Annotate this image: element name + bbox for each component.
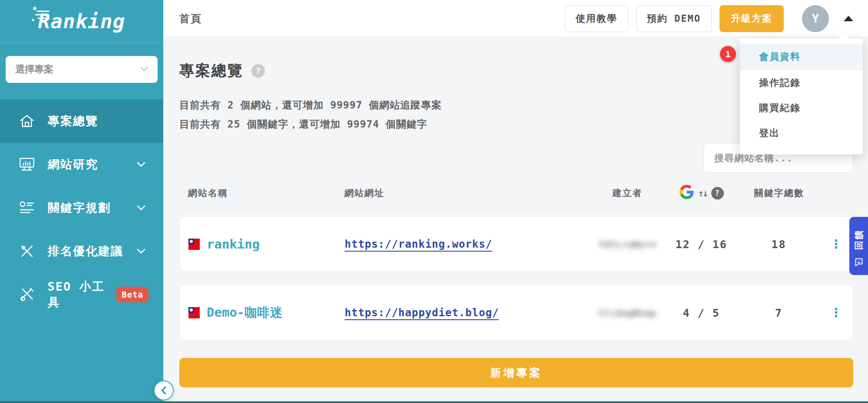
project-select-dropdown[interactable]: 選擇專案 xyxy=(6,56,158,83)
page-title: 專案總覽 xyxy=(179,61,244,81)
menu-item-operation-log[interactable]: 操作記錄 xyxy=(740,70,863,95)
site-name-text: Demo-咖啡迷 xyxy=(207,304,282,321)
monitor-icon xyxy=(17,155,36,174)
sidebar-item-label: 網站研究 xyxy=(48,157,98,172)
col-header-keyword-count: 關鍵字總數 xyxy=(739,187,819,199)
topbar: 首頁 使用教學 預約 DEMO 升級方案 Y xyxy=(163,0,868,37)
pencil-ruler-icon xyxy=(17,242,36,261)
taiwan-flag-icon xyxy=(188,239,200,250)
sidebar-item-site-research[interactable]: 網站研究 xyxy=(0,143,163,186)
feedback-chat-icon xyxy=(854,257,864,269)
sidebar-collapse-button[interactable] xyxy=(154,380,174,400)
upgrade-plan-button[interactable]: 升級方案 xyxy=(719,5,784,32)
menu-item-logout[interactable]: 登出 xyxy=(740,121,863,146)
col-header-creator: 建立者 xyxy=(591,187,665,199)
bottom-divider xyxy=(0,401,868,403)
site-name-link[interactable]: Demo-咖啡迷 xyxy=(180,304,345,321)
feedback-tab[interactable]: 回饋 xyxy=(849,217,868,275)
google-icon xyxy=(680,185,694,201)
chevron-down-icon xyxy=(136,248,146,254)
chevron-down-icon xyxy=(140,66,148,74)
sidebar-menu: 專案總覽 網站研究 關鍵字規劃 xyxy=(0,99,163,316)
chevron-down-icon xyxy=(136,161,146,167)
google-rank-value: 12 / 16 xyxy=(664,238,739,251)
help-icon[interactable]: ? xyxy=(251,64,265,78)
sidebar: Ranking 選擇專案 專案總覽 網站研究 xyxy=(0,0,163,403)
table-row: Demo-咖啡迷 https://happydiet.blog/ nlcdagW… xyxy=(179,285,853,341)
keyword-count-value: 7 xyxy=(739,307,819,319)
caret-up-icon[interactable] xyxy=(844,16,853,21)
logo-sparkles-icon xyxy=(31,5,51,24)
tools-icon xyxy=(17,285,36,304)
row-menu-kebab-icon[interactable]: ⋮ xyxy=(819,307,853,319)
creator-name-masked: nlcdagWnap xyxy=(591,308,665,318)
taiwan-flag-icon xyxy=(188,307,200,318)
sidebar-item-label: SEO 小工具 xyxy=(48,279,117,310)
creator-name-masked: YdtLrwWorn xyxy=(591,239,665,250)
col-header-site-url: 網站網址 xyxy=(344,187,590,199)
project-select-placeholder: 選擇專案 xyxy=(15,63,53,76)
menu-item-purchase-history[interactable]: 購買紀錄 xyxy=(740,95,863,121)
chevron-down-icon xyxy=(136,205,146,211)
menu-item-member-profile[interactable]: 會員資料 xyxy=(740,43,863,70)
sidebar-item-label: 專案總覽 xyxy=(48,113,98,129)
table-header: 網站名稱 網站網址 建立者 ↑↓ ? 關鍵字總數 xyxy=(179,180,853,210)
site-url-link[interactable]: https://happydiet.blog/ xyxy=(345,307,499,319)
table-row: ranking https://ranking.works/ YdtLrwWor… xyxy=(179,216,853,272)
home-icon xyxy=(17,111,36,131)
add-project-button[interactable]: 新增專案 xyxy=(179,358,853,387)
sidebar-item-keyword-planning[interactable]: 關鍵字規劃 xyxy=(0,186,163,229)
google-rank-value: 4 / 5 xyxy=(664,307,739,319)
site-name-link[interactable]: ranking xyxy=(180,237,345,252)
keyword-count-value: 18 xyxy=(739,238,819,251)
sort-icon[interactable]: ↑↓ xyxy=(698,188,707,199)
feedback-tab-label: 回饋 xyxy=(853,229,865,250)
breadcrumb: 首頁 xyxy=(179,12,202,26)
sidebar-item-project-overview[interactable]: 專案總覽 xyxy=(0,99,163,143)
col-header-site-name: 網站名稱 xyxy=(179,187,344,199)
logo[interactable]: Ranking xyxy=(0,0,163,43)
beta-badge: Beta xyxy=(116,287,149,302)
help-icon[interactable]: ? xyxy=(711,187,724,200)
keyword-list-icon xyxy=(17,198,36,217)
sidebar-item-label: 關鍵字規劃 xyxy=(48,200,111,216)
sidebar-item-seo-tools[interactable]: SEO 小工具 Beta xyxy=(0,273,163,316)
site-name-text: ranking xyxy=(207,237,260,252)
user-dropdown-menu: 1 會員資料 操作記錄 購買紀錄 登出 xyxy=(740,38,863,154)
book-demo-button[interactable]: 預約 DEMO xyxy=(636,5,712,32)
notification-badge: 1 xyxy=(720,46,736,62)
sidebar-item-ranking-optimization[interactable]: 排名優化建議 xyxy=(0,229,163,273)
avatar[interactable]: Y xyxy=(802,5,829,32)
tutorial-button[interactable]: 使用教學 xyxy=(565,5,628,32)
site-url-link[interactable]: https://ranking.works/ xyxy=(345,238,492,250)
row-menu-kebab-icon[interactable]: ⋮ xyxy=(819,238,853,250)
topbar-actions: 使用教學 預約 DEMO 升級方案 Y xyxy=(565,5,853,32)
sidebar-item-label: 排名優化建議 xyxy=(48,243,123,259)
